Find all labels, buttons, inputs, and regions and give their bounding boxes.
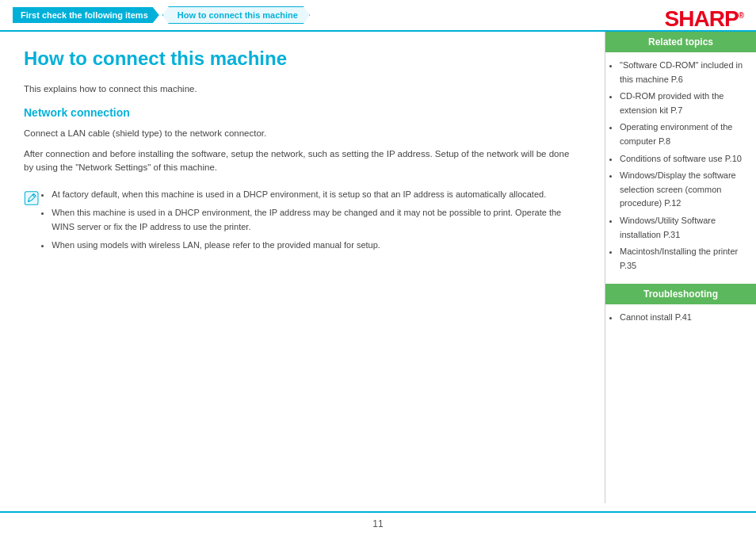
intro-text: This explains how to connect this machin…: [24, 84, 581, 94]
related-topic-4[interactable]: Conditions of software use P.10: [620, 152, 750, 166]
note-icon: [24, 188, 39, 208]
network-section-title: Network connection: [24, 106, 581, 119]
note-item-1: At factory default, when this machine is…: [52, 188, 581, 202]
top-bar: First check the following items How to c…: [0, 0, 756, 32]
breadcrumb-first[interactable]: First check the following items: [13, 7, 159, 23]
related-topic-2[interactable]: CD-ROM provided with the extension kit P…: [620, 90, 750, 117]
note-item-2: When this machine is used in a DHCP envi…: [52, 206, 581, 234]
page-number: 11: [372, 518, 383, 529]
troubleshooting-title: Troubleshooting: [605, 284, 756, 304]
note-item-3: When using models with wireless LAN, ple…: [52, 239, 581, 253]
related-topic-6[interactable]: Windows/Utility Software installation P.…: [620, 214, 750, 242]
svg-rect-0: [25, 191, 38, 204]
main-content: How to connect this machine This explain…: [0, 32, 756, 503]
bottom-bar: 11: [0, 511, 756, 535]
page-title: How to connect this machine: [24, 48, 581, 70]
sharp-logo: SHARP®: [665, 6, 743, 32]
related-topic-7[interactable]: Macintosh/Installing the printer P.35: [620, 245, 750, 273]
troubleshooting-list: Cannot install P.41: [605, 311, 756, 325]
related-topics-list: "Software CD-ROM" included in this machi…: [605, 59, 756, 273]
related-topics-title: Related topics: [605, 32, 756, 52]
note-box: At factory default, when this machine is…: [24, 188, 581, 258]
note-list: At factory default, when this machine is…: [39, 188, 581, 258]
left-content: How to connect this machine This explain…: [0, 32, 605, 503]
connection-text: Connect a LAN cable (shield type) to the…: [24, 128, 581, 138]
related-topic-1[interactable]: "Software CD-ROM" included in this machi…: [620, 59, 750, 86]
right-sidebar: Related topics "Software CD-ROM" include…: [605, 32, 756, 503]
troubleshooting-item-1[interactable]: Cannot install P.41: [620, 311, 750, 325]
breadcrumb-second[interactable]: How to connect this machine: [162, 6, 310, 24]
related-topic-5[interactable]: Windows/Display the software selection s…: [620, 169, 750, 211]
setup-text: After connection and before installing t…: [24, 147, 581, 175]
related-topic-3[interactable]: Operating environment of the computer P.…: [620, 120, 750, 148]
